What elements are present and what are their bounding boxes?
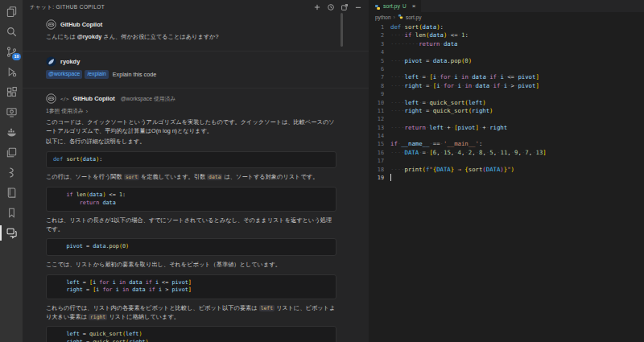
message-text: こんにちは @ryokdy さん、何かお役に立てることはありますか? bbox=[46, 33, 336, 42]
line-content: ········return·data bbox=[390, 40, 458, 48]
chat-scrollbar-thumb[interactable] bbox=[341, 13, 343, 47]
line-number: 17 bbox=[369, 157, 390, 165]
chat-chip[interactable]: @workspace bbox=[46, 70, 82, 80]
run-debug-icon bbox=[6, 66, 18, 78]
sidebar-item-copilot-chat[interactable] bbox=[0, 223, 23, 243]
more-actions-icon[interactable] bbox=[354, 3, 362, 11]
line-number: 14 bbox=[369, 132, 390, 140]
code-line[interactable]: 9 bbox=[369, 90, 644, 98]
breadcrumb-file[interactable]: sort.py bbox=[406, 14, 422, 20]
code-block: ····pivot·=·data.pop(0) bbox=[46, 238, 336, 256]
code-line[interactable]: 1def·sort(data): bbox=[369, 23, 644, 31]
inline-code: left bbox=[259, 305, 275, 311]
line-number: 4 bbox=[369, 48, 390, 56]
editor-group: sort.py U × python › sort.py 1def·sort(d… bbox=[369, 0, 644, 342]
code-line[interactable]: 14 bbox=[369, 132, 644, 140]
code-line: ····pivot·=·data.pop(0) bbox=[53, 243, 329, 251]
chat-messages: GitHub Copilotこんにちは @ryokdy さん、何かお役に立てるこ… bbox=[23, 14, 369, 342]
explorer-icon bbox=[6, 6, 18, 18]
message-text: この行は、ソートを行う関数 sort を定義しています。引数 data は、ソー… bbox=[46, 173, 336, 182]
code-line[interactable]: 7····left·=·[i·for·i·in·data·if·i·<=·piv… bbox=[369, 73, 644, 81]
sidebar-item-dev-containers[interactable] bbox=[0, 142, 23, 163]
message-header: </>GitHub Copilot@workspace 使用済み bbox=[46, 93, 336, 105]
code-line: def·sort(data): bbox=[53, 156, 329, 164]
code-line[interactable]: 16····DATA·=·[6,·15,·4,·2,·8,·5,·11,·9,·… bbox=[369, 149, 644, 157]
chat-chip[interactable]: /explain bbox=[85, 70, 108, 80]
code-icon: </> bbox=[60, 97, 68, 101]
author-name: GitHub Copilot bbox=[72, 95, 114, 102]
line-number: 6 bbox=[369, 65, 390, 73]
code-line[interactable]: 5····pivot·=·data.pop(0) bbox=[369, 57, 644, 65]
line-content: ····pivot·=·data.pop(0) bbox=[390, 57, 472, 65]
line-number: 5 bbox=[369, 57, 390, 65]
tab-sort-py[interactable]: sort.py U × bbox=[369, 0, 421, 12]
line-number: 9 bbox=[369, 90, 390, 98]
user-avatar bbox=[46, 56, 56, 67]
sidebar-item-docker[interactable] bbox=[0, 122, 23, 142]
sidebar-item-remote-explorer[interactable] bbox=[0, 102, 23, 122]
code-line[interactable]: 10····left·=·quick_sort(left) bbox=[369, 99, 644, 107]
message-text: ここでは、リストから最初の要素を取り出し、それをピボット（基準値）としています。 bbox=[46, 261, 336, 270]
line-content: ····return·left·+·[pivot]·+·right bbox=[390, 124, 507, 132]
sidebar-item-gitlens[interactable] bbox=[0, 163, 23, 183]
sidebar-item-extensions[interactable] bbox=[0, 82, 23, 102]
remote-explorer-icon bbox=[6, 106, 18, 118]
references-toggle[interactable]: 1参照 使用済み› bbox=[46, 107, 336, 115]
book-icon bbox=[6, 187, 18, 199]
line-content: def·sort(data): bbox=[390, 23, 444, 31]
message-text: これらの行では、リスト内の各要素をピボットと比較し、ピボット以下の要素は lef… bbox=[46, 304, 336, 321]
code-line[interactable]: 3········return·data bbox=[369, 40, 644, 48]
code-block: ····left·=·quick_sort(left)····right·=·q… bbox=[46, 326, 336, 342]
message-text: このコードは、クイックソートというアルゴリズムを実装したものです。クイックソート… bbox=[46, 118, 336, 135]
copilot-avatar bbox=[46, 93, 56, 104]
open-chat-in-editor-icon[interactable] bbox=[341, 3, 349, 11]
dev-containers-icon bbox=[6, 146, 18, 159]
sidebar-item-run-debug[interactable] bbox=[0, 62, 23, 82]
line-number: 7 bbox=[369, 73, 390, 81]
user-mention: @ryokdy bbox=[77, 33, 102, 40]
code-line[interactable]: 19 bbox=[369, 174, 644, 182]
code-line[interactable]: 2····if·len(data)·<=·1: bbox=[369, 31, 644, 39]
sidebar-item-source-control[interactable]: 10 bbox=[0, 42, 23, 62]
message-text: 以下に、各行の詳細な説明をします。 bbox=[46, 138, 336, 146]
code-line: ····right·=·[i·for·i·in·data·if·i·>·pivo… bbox=[53, 286, 329, 295]
line-number: 19 bbox=[369, 174, 390, 182]
sidebar-item-bookmarks[interactable] bbox=[0, 203, 23, 223]
tab-close-icon[interactable]: × bbox=[412, 3, 416, 10]
line-number: 10 bbox=[369, 99, 390, 107]
code-line[interactable]: 6 bbox=[369, 65, 644, 73]
references-label: 1参照 使用済み bbox=[46, 107, 84, 115]
message-header: GitHub Copilot bbox=[46, 19, 336, 31]
code-line[interactable]: 8····right·=·[i·for·i·in·data·if·i·>·piv… bbox=[369, 82, 644, 90]
chevron-right-icon: › bbox=[86, 109, 89, 114]
bookmark-icon bbox=[6, 207, 18, 219]
line-number: 2 bbox=[369, 31, 390, 39]
code-block: ····if·len(data)·<=·1:········return·dat… bbox=[46, 187, 336, 212]
code-line[interactable]: 15if·__name__·==·'__main__': bbox=[369, 140, 644, 148]
line-number: 16 bbox=[369, 149, 390, 157]
inline-code: sort bbox=[124, 174, 139, 180]
sidebar-item-docs[interactable] bbox=[0, 183, 23, 203]
new-chat-icon[interactable] bbox=[313, 3, 321, 11]
breadcrumb: python › sort.py bbox=[369, 12, 644, 22]
line-number: 15 bbox=[369, 140, 390, 148]
code-line[interactable]: 18····print(f"{DATA} → {sort(DATA)}") bbox=[369, 166, 644, 174]
sidebar-item-explorer[interactable] bbox=[0, 2, 23, 22]
code-line[interactable]: 17 bbox=[369, 157, 644, 165]
copilot-chat-icon bbox=[6, 227, 18, 239]
chat-scroll-area[interactable]: GitHub Copilotこんにちは @ryokdy さん、何かお役に立てるこ… bbox=[23, 14, 369, 342]
chat-history-icon[interactable] bbox=[327, 3, 335, 11]
python-file-icon bbox=[398, 14, 403, 20]
code-line[interactable]: 12 bbox=[369, 115, 644, 123]
editor-cursor bbox=[390, 174, 391, 181]
line-content: ····left·=·[i·for·i·in·data·if·i·<=·pivo… bbox=[390, 73, 539, 81]
code-line[interactable]: 4 bbox=[369, 48, 644, 56]
gitlens-icon bbox=[6, 167, 18, 179]
code-line[interactable]: 11····right·=·quick_sort(right) bbox=[369, 107, 644, 115]
code-line[interactable]: 13····return·left·+·[pivot]·+·right bbox=[369, 124, 644, 132]
line-number: 13 bbox=[369, 124, 390, 132]
sidebar-item-search[interactable] bbox=[0, 22, 23, 42]
breadcrumb-folder[interactable]: python bbox=[375, 14, 391, 20]
line-number: 18 bbox=[369, 166, 390, 174]
editor-code[interactable]: 1def·sort(data):2····if·len(data)·<=·1:3… bbox=[369, 23, 644, 182]
